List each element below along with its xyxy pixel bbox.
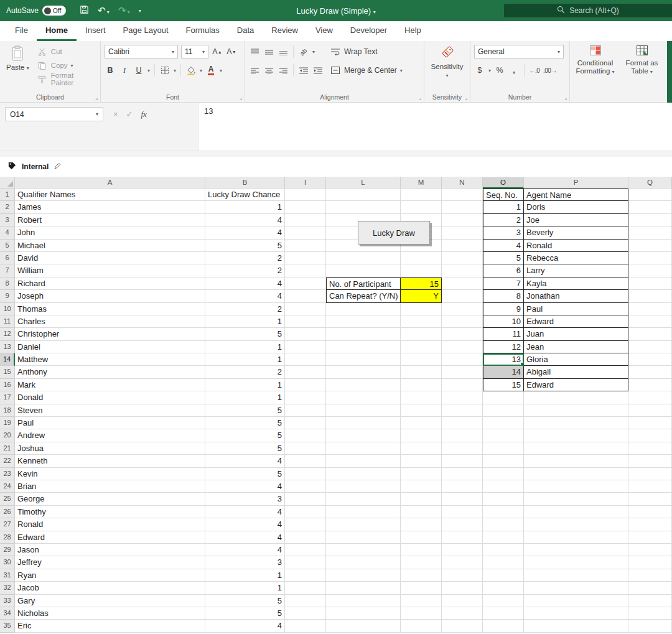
row-header-14[interactable]: 14 <box>0 353 15 366</box>
cell-P9[interactable]: Jonathan <box>524 290 628 302</box>
cell-P20[interactable] <box>524 429 628 442</box>
cell-N4[interactable] <box>442 226 483 239</box>
cell-A25[interactable]: George <box>15 493 205 505</box>
cell-B7[interactable]: 2 <box>205 264 285 277</box>
cell-I30[interactable] <box>285 556 326 569</box>
cell-N29[interactable] <box>442 544 483 556</box>
cell-I31[interactable] <box>285 569 326 582</box>
tab-formulas[interactable]: Formulas <box>177 21 228 41</box>
cell-L14[interactable] <box>326 353 401 366</box>
orientation-icon[interactable]: ab <box>298 45 309 58</box>
cell-Q3[interactable] <box>628 214 672 226</box>
cell-N10[interactable] <box>442 303 483 315</box>
column-header-B[interactable]: B <box>205 177 285 189</box>
cell-M6[interactable] <box>401 252 442 264</box>
cell-O25[interactable] <box>483 493 524 505</box>
underline-button[interactable]: U <box>133 64 144 77</box>
cell-L22[interactable] <box>326 455 401 467</box>
cell-I9[interactable] <box>285 290 326 302</box>
align-bottom-icon[interactable] <box>278 45 289 58</box>
cell-M16[interactable] <box>401 379 442 391</box>
cell-M29[interactable] <box>401 544 442 556</box>
cell-N25[interactable] <box>442 493 483 505</box>
cell-M32[interactable] <box>401 582 442 594</box>
cell-Q22[interactable] <box>628 455 672 467</box>
cell-O28[interactable] <box>483 531 524 544</box>
cell-O1[interactable]: Seq. No. <box>483 189 524 201</box>
cell-O8[interactable]: 7 <box>483 277 524 290</box>
cell-A2[interactable]: James <box>15 201 205 213</box>
cell-P13[interactable]: Jean <box>524 341 628 353</box>
font-dialog-launcher-icon[interactable]: ⌟ <box>240 95 242 101</box>
cell-M18[interactable] <box>401 404 442 417</box>
cell-M24[interactable] <box>401 480 442 493</box>
cell-P33[interactable] <box>524 595 628 607</box>
row-header-34[interactable]: 34 <box>0 607 15 620</box>
cell-N17[interactable] <box>442 391 483 404</box>
cell-O16[interactable]: 15 <box>483 379 524 391</box>
cell-B14[interactable]: 1 <box>205 353 285 366</box>
cell-O21[interactable] <box>483 442 524 455</box>
cell-A18[interactable]: Steven <box>15 404 205 417</box>
cell-Q28[interactable] <box>628 531 672 544</box>
font-color-chevron-icon[interactable]: ▾ <box>220 68 222 73</box>
cell-A31[interactable]: Ryan <box>15 569 205 582</box>
cell-P10[interactable]: Paul <box>524 303 628 315</box>
cell-A15[interactable]: Anthony <box>15 366 205 378</box>
formula-input[interactable]: 13 <box>198 103 672 151</box>
cell-P25[interactable] <box>524 493 628 505</box>
row-header-15[interactable]: 15 <box>0 366 15 378</box>
cell-N35[interactable] <box>442 620 483 632</box>
cell-A33[interactable]: Gary <box>15 595 205 607</box>
cell-Q8[interactable] <box>628 277 672 290</box>
row-header-26[interactable]: 26 <box>0 506 15 518</box>
cell-P30[interactable] <box>524 556 628 569</box>
cell-I32[interactable] <box>285 582 326 594</box>
cell-L17[interactable] <box>326 391 401 404</box>
row-header-16[interactable]: 16 <box>0 379 15 391</box>
cell-Q33[interactable] <box>628 595 672 607</box>
cell-P11[interactable]: Edward <box>524 315 628 328</box>
cell-L24[interactable] <box>326 480 401 493</box>
cell-Q6[interactable] <box>628 252 672 264</box>
fill-color-button[interactable] <box>185 64 197 77</box>
cell-N16[interactable] <box>442 379 483 391</box>
column-header-A[interactable]: A <box>15 177 205 189</box>
cell-I11[interactable] <box>285 315 326 328</box>
cell-A23[interactable]: Kevin <box>15 468 205 480</box>
tab-page-layout[interactable]: Page Layout <box>114 21 177 41</box>
cell-N22[interactable] <box>442 455 483 467</box>
row-header-10[interactable]: 10 <box>0 303 15 315</box>
cell-N11[interactable] <box>442 315 483 328</box>
cell-L23[interactable] <box>326 468 401 480</box>
cell-B35[interactable]: 4 <box>205 620 285 632</box>
customize-quick-access-icon[interactable]: ▾ <box>139 8 141 14</box>
cell-Q24[interactable] <box>628 480 672 493</box>
cell-Q19[interactable] <box>628 417 672 429</box>
cell-B17[interactable]: 1 <box>205 391 285 404</box>
cell-O26[interactable] <box>483 506 524 518</box>
cell-I8[interactable] <box>285 277 326 290</box>
cell-A32[interactable]: Jacob <box>15 582 205 594</box>
row-header-11[interactable]: 11 <box>0 315 15 328</box>
cell-N30[interactable] <box>442 556 483 569</box>
cell-M34[interactable] <box>401 607 442 620</box>
cell-N24[interactable] <box>442 480 483 493</box>
cell-B19[interactable]: 5 <box>205 417 285 429</box>
cell-I24[interactable] <box>285 480 326 493</box>
cell-I28[interactable] <box>285 531 326 544</box>
row-header-12[interactable]: 12 <box>0 328 15 340</box>
row-header-3[interactable]: 3 <box>0 214 15 226</box>
comma-style-button[interactable]: , <box>508 64 520 77</box>
percent-style-button[interactable]: % <box>494 64 505 77</box>
cell-B22[interactable]: 4 <box>205 455 285 467</box>
cell-B34[interactable]: 5 <box>205 607 285 620</box>
cell-I19[interactable] <box>285 417 326 429</box>
align-middle-icon[interactable] <box>263 45 274 58</box>
cell-I17[interactable] <box>285 391 326 404</box>
row-header-4[interactable]: 4 <box>0 226 15 239</box>
cell-L21[interactable] <box>326 442 401 455</box>
cell-P31[interactable] <box>524 569 628 582</box>
cell-I2[interactable] <box>285 201 326 213</box>
cell-M19[interactable] <box>401 417 442 429</box>
